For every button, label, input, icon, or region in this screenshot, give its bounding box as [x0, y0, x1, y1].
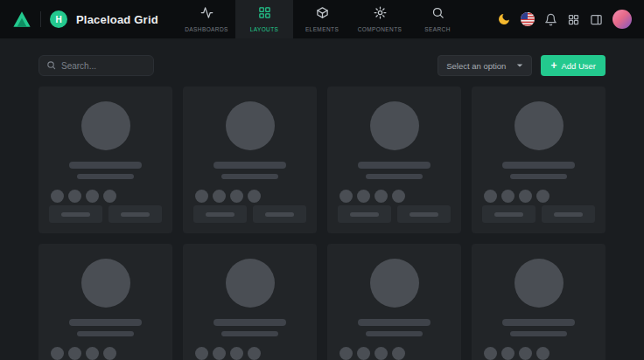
dot-placeholder: [374, 190, 388, 203]
dot-placeholder: [484, 347, 497, 360]
dot-placeholder: [519, 190, 532, 203]
dot-placeholder: [86, 190, 99, 203]
button-line-placeholder: [265, 212, 295, 217]
brand-logo-icon[interactable]: [12, 10, 32, 29]
us-flag-icon[interactable]: [521, 12, 535, 26]
project-badge: H: [50, 10, 67, 28]
toolbar-right: Select an option + Add User: [438, 55, 606, 76]
text-line-placeholder: [510, 174, 567, 179]
placeholder-card: [472, 87, 606, 233]
search-box: [38, 55, 154, 76]
dot-placeholder: [195, 190, 208, 203]
nav-item-dashboards[interactable]: DASHBOARDS: [178, 0, 235, 38]
dot-placeholder: [392, 347, 405, 360]
dot-placeholder: [68, 347, 81, 360]
navbar: H Placeload Grid DASHBOARDS LAYOUTS ELEM…: [0, 0, 644, 38]
text-line-placeholder: [221, 331, 278, 336]
chevron-down-icon: [516, 61, 523, 71]
divider: [40, 11, 41, 27]
placeholder-card: [38, 87, 172, 233]
text-line-placeholder: [77, 174, 134, 179]
text-line-placeholder: [221, 174, 278, 179]
dot-placeholder: [68, 190, 81, 203]
dots-placeholder-row: [49, 347, 116, 360]
layout-grid-icon: [258, 6, 271, 23]
text-line-placeholder: [510, 331, 567, 336]
button-line-placeholder: [206, 212, 235, 217]
search-input[interactable]: [61, 61, 146, 71]
dot-placeholder: [340, 190, 353, 203]
option-select[interactable]: Select an option: [438, 55, 532, 76]
avatar-placeholder: [226, 101, 275, 150]
placeholder-card: [38, 244, 172, 360]
avatar-placeholder: [514, 101, 564, 150]
dot-placeholder: [213, 347, 226, 360]
nav-item-components[interactable]: COMPONENTS: [351, 0, 409, 38]
bell-icon[interactable]: [544, 13, 557, 26]
text-line-placeholder: [214, 319, 286, 326]
apps-grid-icon[interactable]: [567, 13, 580, 26]
text-line-placeholder: [366, 331, 423, 336]
text-line-placeholder: [69, 162, 142, 169]
placeholder-card: [183, 244, 317, 360]
main-nav: DASHBOARDS LAYOUTS ELEMENTS COMPONENTS S…: [178, 0, 466, 38]
buttons-placeholder-row: [482, 205, 595, 223]
buttons-placeholder-row: [193, 205, 306, 223]
dot-placeholder: [392, 190, 405, 203]
cards-grid: [38, 87, 606, 360]
text-line-placeholder: [77, 331, 134, 336]
dots-placeholder-row: [482, 347, 550, 360]
search-icon: [46, 58, 56, 73]
user-avatar[interactable]: [612, 10, 632, 29]
placeholder-card: [327, 244, 461, 360]
dot-placeholder: [536, 190, 550, 203]
text-line-placeholder: [69, 319, 142, 326]
dot-placeholder: [536, 347, 550, 360]
buttons-placeholder-row: [49, 205, 162, 223]
dot-placeholder: [230, 347, 243, 360]
nav-item-search[interactable]: SEARCH: [409, 0, 466, 38]
avatar-placeholder: [370, 101, 419, 150]
moon-icon[interactable]: [497, 12, 511, 26]
placeholder-card: [472, 244, 606, 360]
nav-item-label: SEARCH: [424, 26, 451, 32]
add-user-button[interactable]: + Add User: [541, 55, 606, 76]
navbar-left: H Placeload Grid: [12, 10, 158, 29]
nav-item-elements[interactable]: ELEMENTS: [293, 0, 351, 38]
nav-item-layouts[interactable]: LAYOUTS: [235, 0, 293, 38]
navbar-right: [497, 10, 632, 29]
nav-item-label: ELEMENTS: [305, 26, 339, 32]
toolbar: Select an option + Add User: [38, 55, 606, 76]
dots-placeholder-row: [193, 347, 261, 360]
activity-icon: [200, 6, 214, 23]
nav-item-label: COMPONENTS: [358, 26, 402, 32]
dot-placeholder: [374, 347, 388, 360]
avatar-placeholder: [81, 259, 130, 308]
plus-icon: +: [550, 60, 556, 71]
content-area: Select an option + Add User: [0, 55, 644, 360]
dots-placeholder-row: [338, 190, 405, 203]
dot-placeholder: [103, 347, 116, 360]
button-placeholder: [482, 205, 536, 223]
dot-placeholder: [213, 190, 226, 203]
text-line-placeholder: [358, 319, 430, 326]
dot-placeholder: [51, 190, 64, 203]
text-line-placeholder: [366, 174, 423, 179]
placeholder-card: [183, 87, 317, 233]
dot-placeholder: [501, 190, 514, 203]
button-line-placeholder: [410, 212, 439, 217]
dot-placeholder: [195, 347, 208, 360]
button-line-placeholder: [554, 212, 584, 217]
gear-icon: [374, 6, 387, 23]
text-line-placeholder: [214, 162, 286, 169]
button-placeholder: [108, 205, 162, 223]
panel-toggle-icon[interactable]: [590, 13, 603, 26]
dot-placeholder: [51, 347, 64, 360]
placeholder-card: [327, 87, 461, 233]
avatar-placeholder: [226, 259, 275, 308]
nav-item-label: DASHBOARDS: [185, 26, 228, 32]
dot-placeholder: [248, 190, 261, 203]
dot-placeholder: [519, 347, 532, 360]
dots-placeholder-row: [338, 347, 405, 360]
page-title: Placeload Grid: [76, 13, 158, 26]
